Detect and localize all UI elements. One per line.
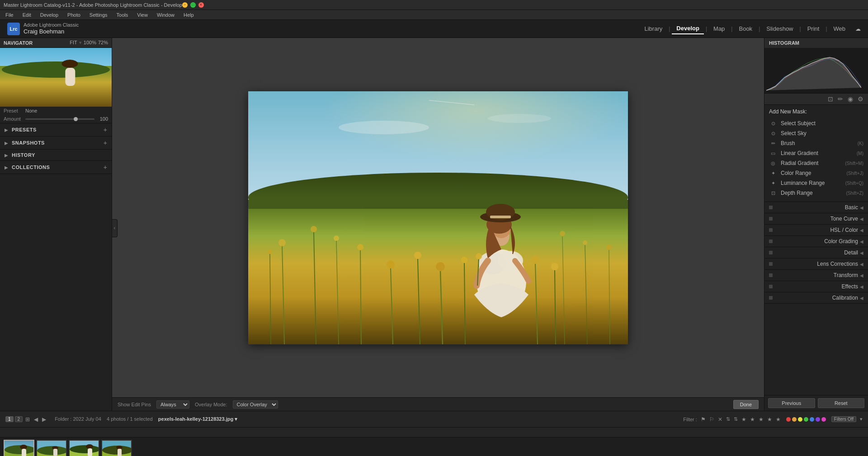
overlay-mode-select[interactable]: Color Overlay Red Overlay White Overlay …	[233, 400, 278, 409]
tone-curve-row[interactable]: Tone Curve ◀	[764, 213, 868, 224]
done-button[interactable]: Done	[733, 400, 759, 409]
amount-thumb[interactable]	[74, 117, 78, 121]
menu-file[interactable]: File	[4, 11, 15, 19]
show-edit-pins-select[interactable]: Always Never Auto Selected	[156, 400, 189, 409]
filter-pink[interactable]	[821, 417, 826, 422]
reset-button[interactable]: Reset	[818, 398, 865, 408]
filter-flag-2[interactable]: ⚐	[709, 416, 714, 423]
menu-edit[interactable]: Edit	[21, 11, 33, 19]
history-header[interactable]: ▶ History	[0, 150, 112, 160]
zoom-72[interactable]: 72%	[98, 40, 108, 46]
star-4[interactable]: ★	[767, 416, 772, 423]
mask-select-sky[interactable]: ⊙ Select Sky	[769, 128, 863, 138]
menu-window[interactable]: Window	[155, 11, 176, 19]
navigator-thumbnail[interactable]	[0, 48, 112, 107]
filmstrip-thumb-4[interactable]: 4	[101, 440, 132, 456]
grid-view-button[interactable]: ⊞	[24, 416, 31, 423]
close-button[interactable]: ✕	[198, 2, 204, 8]
filter-green[interactable]	[804, 417, 808, 422]
view-2-button[interactable]: 2	[15, 416, 23, 422]
heal-icon[interactable]: ✏	[838, 95, 843, 103]
star-2[interactable]: ★	[750, 416, 755, 423]
filters-off-badge[interactable]: Filters Off	[831, 416, 856, 422]
star-3[interactable]: ★	[759, 416, 764, 423]
sort-icon-2[interactable]: ⇅	[734, 416, 738, 422]
mask-radial-gradient[interactable]: ◎ Radial Gradient (Shift+M)	[769, 158, 863, 168]
filter-orange[interactable]	[792, 417, 797, 422]
filter-yellow[interactable]	[798, 417, 802, 422]
previous-button[interactable]: Previous	[768, 398, 815, 408]
transform-row[interactable]: Transform ◀	[764, 270, 868, 281]
star-1[interactable]: ★	[741, 416, 746, 423]
title-bar: Master Lightroom Catalog-v11-2 - Adobe P…	[0, 0, 868, 10]
main-content: Show Edit Pins Always Never Auto Selecte…	[112, 38, 764, 411]
filter-flag-1[interactable]: ⚑	[701, 416, 706, 423]
zoom-100[interactable]: 100%	[84, 40, 96, 46]
collections-header[interactable]: ▶ Collections +	[0, 161, 112, 174]
basic-row[interactable]: Basic ◀	[764, 202, 868, 213]
filename-label[interactable]: pexels-leah-kelley-12128323.jpg ▾	[158, 416, 237, 422]
nav-develop[interactable]: Develop	[672, 23, 704, 34]
detail-row[interactable]: Detail ◀	[764, 247, 868, 258]
cloud-icon[interactable]: ☁	[855, 26, 861, 32]
filter-flag-3[interactable]: ✕	[718, 416, 722, 423]
nav-book[interactable]: Book	[734, 24, 757, 34]
menu-view[interactable]: View	[135, 11, 150, 19]
preset-value[interactable]: None	[25, 108, 37, 113]
presets-label: Presets	[12, 127, 104, 132]
nav-web[interactable]: Web	[829, 24, 850, 34]
view-1-button[interactable]: 1	[5, 416, 14, 422]
amount-slider[interactable]	[25, 118, 94, 120]
hsl-color-row[interactable]: HSL / Color ◀	[764, 225, 868, 235]
mask-select-subject[interactable]: ⊙ Select Subject	[769, 118, 863, 128]
masking-icon[interactable]: ◉	[848, 95, 853, 103]
menu-develop[interactable]: Develop	[38, 11, 60, 19]
left-panel-toggle[interactable]: ‹	[112, 219, 118, 237]
nav-next-button[interactable]: ▶	[41, 416, 47, 423]
filter-red[interactable]	[786, 417, 791, 422]
crop-icon[interactable]: ⊡	[828, 95, 833, 103]
sort-icon-1[interactable]: ⇅	[726, 416, 730, 422]
logo-text: Adobe Lightroom Classic Craig Boehman	[24, 22, 79, 36]
calibration-row[interactable]: Calibration ◀	[764, 292, 868, 303]
mask-brush[interactable]: ✏ Brush (K)	[769, 138, 863, 148]
mask-color-range[interactable]: ✦ Color Range (Shift+J)	[769, 168, 863, 178]
folder-info: Folder : 2022 July 04 4 photos / 1 selec…	[51, 416, 679, 422]
presets-header[interactable]: ▶ Presets +	[0, 123, 112, 136]
nav-library[interactable]: Library	[640, 24, 667, 34]
nav-prev-button[interactable]: ◀	[33, 416, 39, 423]
menu-photo[interactable]: Photo	[66, 11, 82, 19]
svg-rect-67	[88, 448, 92, 456]
nav-print[interactable]: Print	[803, 24, 824, 34]
mask-luminance-range[interactable]: ✦ Luminance Range (Shift+Q)	[769, 178, 863, 188]
filter-chevron[interactable]: ▾	[860, 416, 863, 422]
menu-settings[interactable]: Settings	[88, 11, 109, 19]
nav-map[interactable]: Map	[709, 24, 729, 34]
filmstrip-thumb-3[interactable]: 3	[69, 440, 99, 456]
filter-blue[interactable]	[810, 417, 814, 422]
lens-corrections-row[interactable]: Lens Corrections ◀	[764, 259, 868, 269]
settings-icon[interactable]: ⚙	[858, 95, 863, 103]
mask-depth-range[interactable]: ⊡ Depth Range (Shift+Z)	[769, 188, 863, 198]
minimize-button[interactable]: −	[182, 2, 188, 8]
nav-slideshow[interactable]: Slideshow	[762, 24, 797, 34]
filmstrip-thumb-1[interactable]: 1	[4, 440, 34, 456]
effects-row[interactable]: Effects ◀	[764, 281, 868, 292]
menu-help[interactable]: Help	[182, 11, 196, 19]
filter-purple[interactable]	[816, 417, 820, 422]
collections-add[interactable]: +	[104, 164, 107, 171]
mask-linear-gradient[interactable]: ▭ Linear Gradient (M)	[769, 148, 863, 158]
presets-add[interactable]: +	[104, 126, 107, 133]
maximize-button[interactable]: □	[190, 2, 196, 8]
filmstrip-thumb-2[interactable]: 2	[36, 440, 67, 456]
basic-label: Basic	[776, 204, 858, 211]
lens-corrections-label: Lens Corrections	[776, 261, 858, 267]
color-grading-row[interactable]: Color Grading ◀	[764, 236, 868, 247]
star-5[interactable]: ★	[776, 416, 781, 423]
menu-tools[interactable]: Tools	[115, 11, 130, 19]
zoom-fit[interactable]: FIT	[70, 40, 77, 46]
snapshots-add[interactable]: +	[104, 139, 107, 146]
thumb-1-image	[5, 441, 34, 456]
snapshots-header[interactable]: ▶ Snapshots +	[0, 136, 112, 149]
navigator-zoom-controls: FIT ▾ 100% 72%	[70, 40, 108, 46]
